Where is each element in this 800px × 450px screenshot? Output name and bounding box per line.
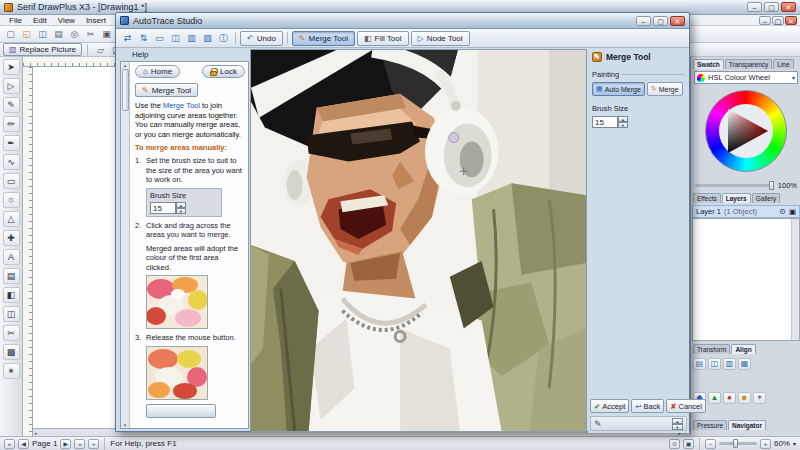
zoom-caret-icon[interactable]: ▾ [793,440,796,447]
hsl-colour-wheel[interactable] [691,86,800,178]
pattern-icon[interactable]: ▧ [200,31,215,45]
node-tool[interactable]: ▷ [3,78,20,94]
flip-vertical-icon[interactable]: ⇅ [136,31,151,45]
tab-align[interactable]: Align [731,344,755,354]
close-button[interactable]: ✕ [781,2,796,12]
export-icon[interactable]: ▱ [93,43,108,57]
tab-line[interactable]: Line [773,59,793,69]
scroll-down-icon[interactable]: ▾ [124,422,127,428]
menu-item[interactable]: View [53,16,80,25]
layer-list-scrollbar[interactable] [791,219,799,340]
prev-page-button[interactable]: ◀ [18,439,29,449]
tab-effects[interactable]: Effects [693,193,721,203]
shape-star-icon[interactable]: ✶ [753,392,766,404]
scroll-up-icon[interactable]: ▴ [124,62,127,68]
fit-page-icon[interactable]: ▣ [683,439,694,449]
maximize-button[interactable]: ▢ [764,2,779,12]
zoom-in-button[interactable]: + [760,439,771,449]
frame-tool[interactable]: ▤ [3,268,20,284]
tab-transparency[interactable]: Transparency [725,59,773,69]
scrollbar-thumb[interactable] [122,69,129,111]
fill-tool[interactable]: ◧ [3,287,20,303]
spin-down-icon[interactable]: ▾ [618,122,628,128]
rows-icon[interactable]: ▥ [184,31,199,45]
trace-preview[interactable] [250,49,587,432]
layer-visibility-icon[interactable]: ⊙ [780,207,786,216]
add-page-button[interactable]: + [88,439,99,449]
open-icon[interactable]: ◱ [19,27,34,41]
pencil-tool[interactable]: ✎ [3,97,20,113]
dialog-close-button[interactable]: ✕ [670,16,685,26]
help-lock-button[interactable]: Lock [202,65,245,78]
brush-tool[interactable]: ✒ [3,135,20,151]
panel-brush-size-spinner[interactable]: 15 ▴▾ [592,116,628,128]
merge-tool-button[interactable]: ✎ Merge Tool [292,31,355,46]
shape-circle-icon[interactable]: ● [723,392,736,404]
split-view-icon[interactable]: ◫ [168,31,183,45]
curve-tool[interactable]: ∿ [3,154,20,170]
tab-navigator[interactable]: Navigator [728,420,766,430]
cut-icon[interactable]: ✂ [83,27,98,41]
document-minimize-button[interactable]: – [759,16,771,25]
save-icon[interactable]: ◫ [35,27,50,41]
menu-item[interactable]: Edit [28,16,52,25]
pen-tool[interactable]: ✏ [3,116,20,132]
tab-pressure[interactable]: Pressure [693,420,727,430]
minimize-button[interactable]: – [747,2,762,12]
help-home-button[interactable]: ⌂ Home [135,65,180,78]
ellipse-tool[interactable]: ○ [3,192,20,208]
brush-size-value[interactable]: 15 [150,202,176,214]
print-icon[interactable]: ▤ [51,27,66,41]
tab-layers[interactable]: Layers [722,193,751,203]
auto-merge-button[interactable]: ▦ Auto Merge [592,82,645,96]
help-merge-tool-button[interactable]: ✎ Merge Tool [135,83,198,97]
rectangle-tool[interactable]: ▭ [3,173,20,189]
fill-tool-button[interactable]: ◧ Fill Tool [357,31,409,46]
text-tool[interactable]: A [3,249,20,265]
view-quality-icon[interactable]: ⊙ [669,439,680,449]
preview-icon[interactable]: ◎ [67,27,82,41]
info-icon[interactable]: ⓘ [216,31,231,45]
pointer-tool[interactable]: ➤ [3,59,20,75]
next-page-button[interactable]: ▶ [60,439,71,449]
scroll-left-icon[interactable]: ◂ [34,430,37,436]
accept-button[interactable]: ✔ Accept [590,399,629,413]
back-button[interactable]: ↩ Back [631,399,664,413]
spin-down-icon[interactable]: ▾ [672,424,683,430]
colour-mode-dropdown[interactable]: HSL Colour Wheel ▾ [694,71,798,84]
mesh-tool[interactable]: ▩ [3,344,20,360]
document-close-button[interactable]: ✕ [785,16,797,25]
layer-list[interactable] [692,218,800,341]
align-right-icon[interactable]: ▥ [723,358,736,370]
first-page-button[interactable]: « [4,439,15,449]
replace-picture-button[interactable]: ▧ Replace Picture [3,43,82,56]
align-centre-icon[interactable]: ◫ [708,358,721,370]
cancel-button[interactable]: ✘ Cancel [666,399,706,413]
hue-ring[interactable] [705,90,787,172]
opacity-slider[interactable] [695,184,774,187]
menu-item[interactable]: Insert [81,16,111,25]
brush-size-spinner[interactable]: 15 ▴▾ [150,202,186,214]
help-scrollbar[interactable]: ▴ ▾ [121,62,130,428]
dialog-maximize-button[interactable]: ▢ [653,16,668,26]
star-tool[interactable]: ✶ [3,363,20,379]
layer-edit-icon[interactable]: ▣ [789,207,796,216]
tab-gallery[interactable]: Gallery [752,193,781,203]
transparency-tool[interactable]: ◫ [3,306,20,322]
node-tool-button[interactable]: ▷ Node Tool [411,31,470,46]
spin-down-icon[interactable]: ▾ [176,208,186,214]
new-icon[interactable]: ▢ [3,27,18,41]
help-scrolled-button[interactable] [146,404,216,418]
brush-icon[interactable]: ✎ [594,419,602,429]
quickshape-tool[interactable]: ✚ [3,230,20,246]
merge-tool-link[interactable]: Merge Tool [163,101,200,110]
opacity-slider-thumb[interactable] [769,181,774,190]
distribute-icon[interactable]: ▦ [738,358,751,370]
frame-icon[interactable]: ▭ [152,31,167,45]
swap-icon[interactable]: ⇄ [120,31,135,45]
tab-swatch[interactable]: Swatch [693,59,724,69]
tab-transform[interactable]: Transform [693,344,730,354]
crop-tool[interactable]: ✂ [3,325,20,341]
zoom-slider-thumb[interactable] [733,439,738,448]
zoom-slider[interactable] [719,442,757,445]
